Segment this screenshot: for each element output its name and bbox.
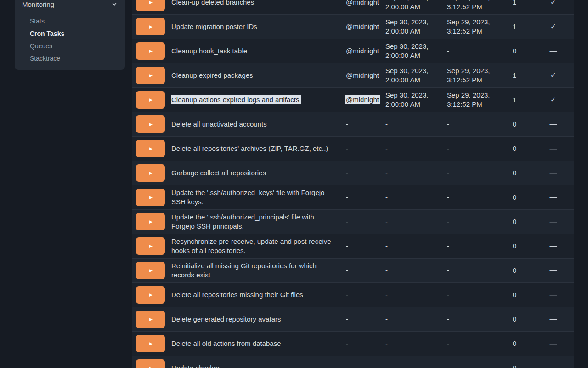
task-name: Update migration poster IDs: [171, 23, 257, 30]
run-cell: ▶: [132, 307, 171, 332]
task-name: Delete all repositories missing their Gi…: [171, 291, 303, 299]
task-executions: 0: [512, 307, 533, 332]
run-task-button[interactable]: ▶: [136, 359, 165, 368]
table-row: ▶ Cleanup hook_task table @midnight Sep …: [132, 39, 574, 63]
status-icon: —: [550, 47, 557, 55]
cron-tasks-table: ▶ Clean-up deleted branches @midnight Se…: [132, 0, 574, 368]
table-row: ▶ Delete all repositories' archives (ZIP…: [132, 137, 574, 161]
task-schedule: -: [346, 193, 348, 201]
sidebar-item-stats[interactable]: Stats: [30, 17, 118, 25]
run-task-button[interactable]: ▶: [136, 237, 165, 255]
task-executions: 0: [512, 185, 533, 210]
task-schedule: -: [346, 266, 348, 274]
cron-table-body: ▶ Clean-up deleted branches @midnight Se…: [132, 0, 574, 368]
task-previous-run: -: [447, 210, 512, 234]
status-icon: —: [550, 120, 557, 128]
run-task-button[interactable]: ▶: [136, 18, 165, 35]
run-cell: ▶: [132, 283, 171, 307]
sidebar-section-title: Monitoring: [22, 0, 54, 8]
run-task-button[interactable]: ▶: [136, 0, 165, 11]
task-next-run: Sep 30, 2023, 2:00:00 AM: [385, 39, 447, 63]
run-cell: ▶: [132, 234, 171, 259]
play-icon: ▶: [149, 317, 153, 322]
sidebar-item-stacktrace[interactable]: Stacktrace: [30, 55, 118, 63]
run-task-button[interactable]: ▶: [136, 286, 165, 304]
status-icon: —: [550, 242, 557, 250]
run-task-button[interactable]: ▶: [136, 42, 165, 60]
task-next-run: -: [385, 332, 447, 356]
run-task-button[interactable]: ▶: [136, 310, 165, 328]
play-icon: ▶: [149, 366, 153, 368]
task-previous-run: -: [447, 185, 512, 210]
table-row: ▶ Garbage collect all repositories - - -…: [132, 161, 574, 185]
play-icon: ▶: [149, 342, 153, 346]
cron-tasks-table-area: ▶ Clean-up deleted branches @midnight Se…: [132, 0, 574, 368]
task-name: Cleanup hook_task table: [171, 47, 247, 55]
run-cell: ▶: [132, 185, 171, 210]
play-icon: ▶: [149, 244, 153, 248]
table-row: ▶ Clean-up deleted branches @midnight Se…: [132, 0, 574, 15]
run-cell: ▶: [132, 210, 171, 234]
task-previous-run: -: [447, 39, 512, 63]
task-name: Garbage collect all repositories: [171, 169, 266, 177]
run-task-button[interactable]: ▶: [136, 67, 165, 84]
task-schedule: -: [346, 218, 348, 225]
sidebar-item-queues[interactable]: Queues: [30, 42, 118, 50]
sidebar-section-monitoring[interactable]: Monitoring: [22, 0, 118, 8]
task-schedule: -: [346, 315, 348, 323]
task-executions: 0: [512, 356, 533, 368]
task-executions: 1: [512, 63, 533, 88]
status-icon: ✓: [550, 23, 556, 30]
status-icon: ✓: [550, 0, 556, 6]
task-next-run: Sep 30, 2023, 2:00:00 AM: [385, 63, 447, 88]
task-previous-run: -: [447, 234, 512, 259]
table-row: ▶ Delete all unactivated accounts - - - …: [132, 112, 574, 137]
task-schedule: -: [346, 339, 348, 347]
run-task-button[interactable]: ▶: [136, 115, 165, 133]
play-icon: ▶: [149, 220, 153, 224]
task-next-run: Sep 30, 2023, 2:00:00 AM: [385, 88, 447, 112]
task-name: Update checker: [171, 364, 220, 368]
run-task-button[interactable]: ▶: [136, 335, 165, 352]
run-task-button[interactable]: ▶: [136, 164, 165, 182]
run-cell: ▶: [132, 63, 171, 88]
task-schedule: -: [346, 144, 348, 152]
run-task-button[interactable]: ▶: [136, 91, 165, 109]
status-icon: ✓: [550, 96, 556, 104]
status-icon: —: [550, 266, 557, 274]
task-next-run: -: [385, 210, 447, 234]
task-executions: 0: [512, 112, 533, 137]
run-task-button[interactable]: ▶: [136, 140, 165, 157]
run-task-button[interactable]: ▶: [136, 213, 165, 230]
play-icon: ▶: [149, 49, 153, 53]
task-name: Delete generated repository avatars: [171, 315, 281, 323]
task-previous-run: -: [447, 332, 512, 356]
task-executions: 1: [512, 0, 533, 15]
task-next-run: -: [385, 112, 447, 137]
task-previous-run: Sep 29, 2023, 3:12:52 PM: [447, 0, 512, 15]
play-icon: ▶: [149, 25, 153, 29]
sidebar-item-cron-tasks[interactable]: Cron Tasks: [30, 30, 118, 38]
run-task-button[interactable]: ▶: [136, 189, 165, 206]
task-name: Resynchronize pre-receive, update and po…: [171, 237, 331, 254]
task-previous-run: Sep 29, 2023, 3:12:52 PM: [447, 88, 512, 112]
run-task-button[interactable]: ▶: [136, 262, 165, 279]
status-icon: —: [550, 144, 557, 152]
chevron-down-icon[interactable]: [111, 1, 118, 7]
task-next-run: -: [385, 283, 447, 307]
task-name: Clean-up deleted branches: [171, 0, 254, 6]
monitoring-sidebar: Monitoring Stats Cron Tasks Queues Stack…: [15, 0, 125, 70]
task-next-run: -: [385, 307, 447, 332]
table-row: ▶ Update the '.ssh/authorized_principals…: [132, 210, 574, 234]
play-icon: ▶: [149, 122, 153, 126]
status-icon: —: [550, 193, 557, 201]
table-row: ▶ Update the '.ssh/authorized_keys' file…: [132, 185, 574, 210]
status-icon: —: [550, 218, 557, 225]
table-row: ▶ Delete all old actions from database -…: [132, 332, 574, 356]
run-cell: ▶: [132, 0, 171, 15]
task-schedule: @midnight: [346, 47, 379, 55]
task-next-run: Sep 30, 2023, 2:00:00 AM: [385, 0, 447, 15]
table-row: ▶ Delete generated repository avatars - …: [132, 307, 574, 332]
run-cell: ▶: [132, 259, 171, 283]
run-cell: ▶: [132, 112, 171, 137]
